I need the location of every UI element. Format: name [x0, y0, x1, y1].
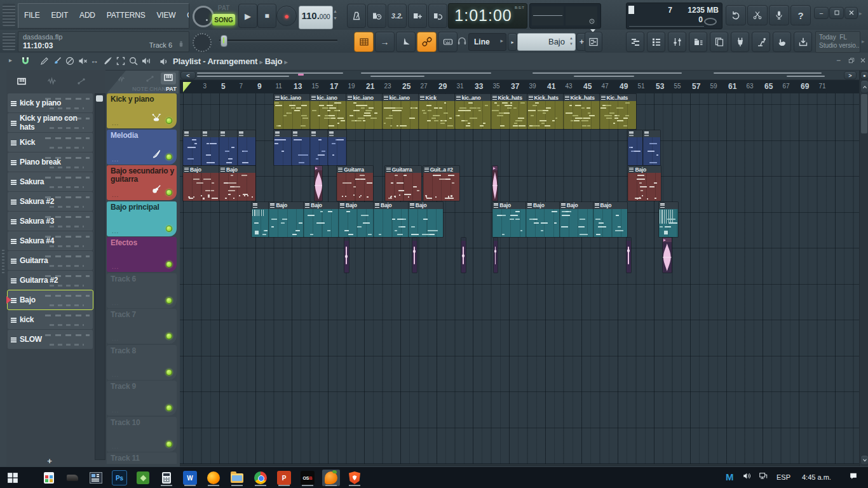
- playlist-close-icon[interactable]: [859, 57, 867, 64]
- clip-header[interactable]: [310, 130, 329, 137]
- clip-audio[interactable]: [315, 166, 323, 201]
- track-mute-dots[interactable]: ...: [112, 263, 119, 270]
- clip-header[interactable]: [328, 130, 346, 137]
- clip-header[interactable]: Kick..hats: [564, 94, 600, 101]
- blend-recording-button[interactable]: [408, 4, 427, 28]
- playlist-minimize-icon[interactable]: −: [836, 56, 841, 65]
- vscroll-corner-button[interactable]: ■: [860, 71, 868, 79]
- loop-recording-button[interactable]: [428, 4, 447, 28]
- tab-note-label[interactable]: NOTE: [132, 86, 148, 92]
- clip-fx[interactable]: [627, 238, 630, 273]
- clip-bajo[interactable]: Bajo: [628, 166, 661, 201]
- taskbar-chrome-app[interactable]: [252, 470, 269, 486]
- clip-header[interactable]: Bajo: [628, 166, 661, 173]
- wait-for-input-button[interactable]: [367, 4, 386, 28]
- clip-header[interactable]: Guitarra: [337, 166, 373, 173]
- track-header-track-10[interactable]: Track 10...: [107, 417, 177, 452]
- song-mode-toggle[interactable]: SONG: [212, 14, 235, 25]
- delete-tool-icon[interactable]: [65, 56, 75, 66]
- track-mute-dots[interactable]: ...: [112, 407, 119, 414]
- titlebar-more-arrow[interactable]: ▸: [859, 10, 862, 17]
- track-mute-dots[interactable]: ...: [112, 191, 119, 198]
- pattern-item-piano-break[interactable]: Piano break: [8, 152, 93, 172]
- track-mute-dots[interactable]: ...: [112, 156, 119, 163]
- taskbar-start-button[interactable]: [4, 470, 22, 486]
- menu-edit[interactable]: EDIT: [46, 4, 74, 27]
- pattern-item-sakura-3[interactable]: Sakura #3: [8, 212, 93, 231]
- clip-bajo[interactable]: Bajo: [183, 166, 219, 201]
- clip-bajo[interactable]: Bajo: [492, 202, 526, 237]
- taskbar-osb-app[interactable]: OSB: [299, 470, 316, 486]
- clip-header[interactable]: Bajo: [374, 202, 409, 209]
- clip-kic-iano[interactable]: kic..iano: [383, 94, 419, 129]
- clip-guitarra[interactable]: Guitarra: [385, 166, 421, 201]
- track-mute-dots[interactable]: ...: [112, 371, 119, 378]
- track-header-melodia[interactable]: Melodia...: [107, 130, 177, 165]
- clip-pattern[interactable]: [183, 130, 201, 165]
- clip-header[interactable]: Bajo: [526, 202, 560, 209]
- headphones-icon[interactable]: [457, 36, 467, 46]
- track-mute-dots[interactable]: ...: [112, 227, 119, 234]
- track-header-track-8[interactable]: Track 8...: [107, 345, 177, 380]
- clip-kick-hats[interactable]: Kick..hats: [527, 94, 564, 129]
- snap-selector[interactable]: Line ▸: [468, 33, 506, 51]
- taskbar-firefox-app[interactable]: [205, 470, 222, 486]
- menu-file[interactable]: FILE: [18, 4, 46, 27]
- track-header-track-7[interactable]: Track 7...: [107, 309, 177, 344]
- clip-bajo[interactable]: Bajo: [374, 202, 409, 237]
- timeline-ruler[interactable]: 3579111315171921232527293133353739414345…: [180, 80, 859, 94]
- clip-header[interactable]: [238, 130, 256, 137]
- main-volume-knob[interactable]: [193, 6, 214, 27]
- select-tool-icon[interactable]: [116, 56, 126, 66]
- clip-header[interactable]: Guit..a #2: [423, 166, 459, 173]
- clip-pattern[interactable]: [310, 130, 329, 165]
- track-header-track-9[interactable]: Track 9...: [107, 381, 177, 416]
- clip-bajo[interactable]: Bajo: [339, 202, 374, 237]
- language-indicator[interactable]: ESP: [776, 473, 790, 481]
- mute-tool-icon[interactable]: [78, 56, 88, 66]
- clip-kic-iano[interactable]: kic..iano: [274, 94, 310, 129]
- toolbar-grip-2[interactable]: [3, 32, 15, 50]
- clip-pattern[interactable]: [238, 130, 256, 165]
- clip-header[interactable]: Bajo: [304, 202, 339, 209]
- undo-button[interactable]: [726, 5, 746, 25]
- clip-kick[interactable]: Kick: [419, 94, 455, 129]
- pattern-item-kick[interactable]: Kick: [8, 133, 93, 152]
- slip-tool-icon[interactable]: ↔: [90, 56, 98, 65]
- clip-header[interactable]: [201, 130, 220, 137]
- track-led[interactable]: [166, 189, 172, 196]
- tab-pattern-icon-box[interactable]: [161, 72, 176, 85]
- clip-header[interactable]: Bajo: [183, 166, 219, 173]
- clip-header[interactable]: Bajo: [560, 202, 593, 209]
- clip-guitarra[interactable]: Guitarra: [337, 166, 373, 201]
- add-pattern-button[interactable]: +: [42, 458, 57, 466]
- typing-keyboard-to-piano-button[interactable]: [438, 32, 458, 52]
- clip-kic-ano[interactable]: kic..ano: [455, 94, 491, 129]
- track-mute-dots[interactable]: ...: [112, 299, 119, 306]
- track-header-track-6[interactable]: Track 6...: [107, 273, 177, 308]
- clip-pattern[interactable]: [274, 130, 292, 165]
- clip-audio[interactable]: [663, 238, 672, 273]
- clip-header[interactable]: kic..ano: [455, 94, 491, 101]
- follow-playback-button[interactable]: →: [375, 32, 395, 52]
- tempo-display[interactable]: 110.000: [299, 6, 333, 29]
- clip-header[interactable]: kic..iano: [274, 94, 310, 101]
- pattern-scrollbar-handle[interactable]: [96, 95, 103, 102]
- picker-audio-icon[interactable]: [47, 76, 57, 86]
- step-edit-button[interactable]: [354, 32, 374, 52]
- slider-handle[interactable]: [220, 35, 227, 47]
- track-header-bajo-principal[interactable]: Bajo principal...: [107, 201, 177, 236]
- clip-bajo[interactable]: Bajo: [269, 202, 304, 237]
- clip-header[interactable]: Bajo: [339, 202, 374, 209]
- clip-header[interactable]: [628, 130, 642, 137]
- window-maximize-button[interactable]: [829, 7, 844, 19]
- malwarebytes-tray-icon[interactable]: M: [726, 471, 734, 482]
- clip-fx[interactable]: [344, 238, 348, 273]
- tab-chan-label[interactable]: CHAN: [149, 86, 166, 92]
- countdown-button[interactable]: 3.2.: [388, 4, 407, 28]
- overview-scroll-left[interactable]: <: [180, 71, 196, 79]
- vscroll-down-button[interactable]: [860, 455, 868, 465]
- track-led[interactable]: [166, 297, 172, 304]
- track-mute-dots[interactable]: ...: [112, 119, 119, 126]
- clip-pattern[interactable]: [252, 202, 269, 237]
